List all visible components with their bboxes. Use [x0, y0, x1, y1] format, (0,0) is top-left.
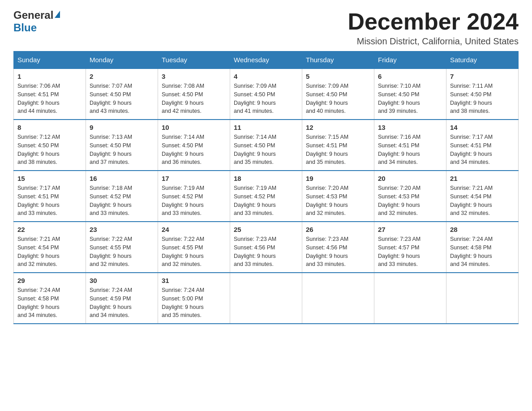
calendar-cell: 21 Sunrise: 7:21 AM Sunset: 4:54 PM Dayl…	[446, 171, 519, 222]
sunrise-label: Sunrise:	[306, 134, 326, 140]
sunset-label: Sunset:	[234, 244, 253, 251]
sunrise-label: Sunrise:	[162, 134, 182, 140]
sunset-label: Sunset:	[234, 142, 253, 149]
daylight-label: Daylight:	[90, 253, 112, 259]
calendar-cell: 10 Sunrise: 7:14 AM Sunset: 4:50 PM Dayl…	[158, 120, 230, 171]
daylight-label: Daylight:	[162, 100, 184, 106]
day-number: 19	[306, 175, 370, 182]
sunrise-label: Sunrise:	[234, 83, 254, 89]
logo: General Blue	[13, 9, 60, 34]
calendar-week-5: 29 Sunrise: 7:24 AM Sunset: 4:58 PM Dayl…	[14, 273, 519, 324]
day-info: Sunrise: 7:10 AM Sunset: 4:50 PM Dayligh…	[378, 82, 442, 116]
sunset-label: Sunset:	[378, 91, 397, 98]
calendar-cell: 11 Sunrise: 7:14 AM Sunset: 4:50 PM Dayl…	[230, 120, 302, 171]
sunrise-label: Sunrise:	[378, 236, 399, 242]
calendar-cell	[374, 273, 446, 324]
calendar-week-4: 22 Sunrise: 7:21 AM Sunset: 4:54 PM Dayl…	[14, 222, 519, 273]
calendar-cell: 8 Sunrise: 7:12 AM Sunset: 4:50 PM Dayli…	[14, 120, 86, 171]
sunset-label: Sunset:	[306, 193, 325, 200]
sunrise-label: Sunrise:	[378, 83, 399, 89]
sunrise-label: Sunrise:	[162, 185, 182, 191]
daylight-label: Daylight:	[90, 100, 112, 106]
daylight-label: Daylight:	[90, 151, 112, 157]
sunset-label: Sunset:	[162, 193, 180, 200]
col-wednesday: Wednesday	[230, 51, 302, 69]
sunset-label: Sunset:	[17, 91, 36, 98]
day-info: Sunrise: 7:13 AM Sunset: 4:50 PM Dayligh…	[90, 133, 154, 167]
sunrise-label: Sunrise:	[90, 185, 110, 191]
day-number: 27	[378, 226, 442, 233]
col-monday: Monday	[86, 51, 158, 69]
day-number: 23	[90, 226, 154, 233]
calendar-cell: 30 Sunrise: 7:24 AM Sunset: 4:59 PM Dayl…	[86, 273, 158, 324]
calendar-cell: 9 Sunrise: 7:13 AM Sunset: 4:50 PM Dayli…	[86, 120, 158, 171]
day-number: 9	[90, 124, 154, 131]
sunset-label: Sunset:	[162, 295, 180, 302]
sunrise-label: Sunrise:	[162, 287, 182, 293]
day-number: 13	[378, 124, 442, 131]
sunset-label: Sunset:	[234, 91, 253, 98]
sunset-label: Sunset:	[162, 244, 180, 251]
daylight-label: Daylight:	[450, 202, 472, 208]
calendar-cell: 16 Sunrise: 7:18 AM Sunset: 4:52 PM Dayl…	[86, 171, 158, 222]
logo-blue-text: Blue	[13, 21, 37, 34]
day-number: 14	[450, 124, 515, 131]
day-info: Sunrise: 7:17 AM Sunset: 4:51 PM Dayligh…	[17, 184, 82, 218]
col-tuesday: Tuesday	[158, 51, 230, 69]
sunrise-label: Sunrise:	[17, 287, 38, 293]
calendar-week-1: 1 Sunrise: 7:06 AM Sunset: 4:51 PM Dayli…	[14, 68, 519, 120]
day-info: Sunrise: 7:24 AM Sunset: 5:00 PM Dayligh…	[162, 286, 226, 320]
sunset-label: Sunset:	[234, 193, 253, 200]
sunrise-label: Sunrise:	[17, 185, 38, 191]
calendar-cell: 4 Sunrise: 7:09 AM Sunset: 4:50 PM Dayli…	[230, 68, 302, 120]
calendar-cell: 3 Sunrise: 7:08 AM Sunset: 4:50 PM Dayli…	[158, 68, 230, 120]
daylight-label: Daylight:	[378, 100, 400, 106]
sunrise-label: Sunrise:	[90, 287, 110, 293]
daylight-label: Daylight:	[450, 151, 472, 157]
col-friday: Friday	[374, 51, 446, 69]
sunset-label: Sunset:	[162, 91, 180, 98]
sunrise-label: Sunrise:	[90, 134, 110, 140]
title-area: December 2024 Mission District, Californ…	[348, 9, 519, 47]
daylight-label: Daylight:	[17, 253, 39, 259]
daylight-label: Daylight:	[17, 202, 39, 208]
day-info: Sunrise: 7:23 AM Sunset: 4:57 PM Dayligh…	[378, 235, 442, 269]
calendar-cell: 28 Sunrise: 7:24 AM Sunset: 4:58 PM Dayl…	[446, 222, 519, 273]
day-number: 3	[162, 73, 226, 80]
sunset-label: Sunset:	[17, 244, 36, 251]
sunrise-label: Sunrise:	[234, 134, 254, 140]
daylight-label: Daylight:	[90, 304, 112, 310]
sunset-label: Sunset:	[90, 193, 108, 200]
daylight-label: Daylight:	[17, 304, 39, 310]
sunset-label: Sunset:	[378, 193, 397, 200]
calendar-cell: 13 Sunrise: 7:16 AM Sunset: 4:51 PM Dayl…	[374, 120, 446, 171]
calendar-cell	[446, 273, 519, 324]
daylight-label: Daylight:	[17, 151, 39, 157]
sunrise-label: Sunrise:	[306, 83, 326, 89]
calendar-cell	[302, 273, 374, 324]
sunset-label: Sunset:	[378, 142, 397, 149]
daylight-label: Daylight:	[162, 253, 184, 259]
day-info: Sunrise: 7:18 AM Sunset: 4:52 PM Dayligh…	[90, 184, 154, 218]
sunset-label: Sunset:	[17, 142, 36, 149]
calendar-header-row: Sunday Monday Tuesday Wednesday Thursday…	[14, 51, 519, 69]
sunrise-label: Sunrise:	[378, 134, 399, 140]
sunset-label: Sunset:	[162, 142, 180, 149]
day-info: Sunrise: 7:24 AM Sunset: 4:59 PM Dayligh…	[90, 286, 154, 320]
day-info: Sunrise: 7:23 AM Sunset: 4:56 PM Dayligh…	[306, 235, 370, 269]
sunset-label: Sunset:	[450, 193, 469, 200]
sunrise-label: Sunrise:	[90, 236, 110, 242]
sunset-label: Sunset:	[90, 295, 108, 302]
daylight-label: Daylight:	[90, 202, 112, 208]
sunrise-label: Sunrise:	[378, 185, 399, 191]
day-info: Sunrise: 7:24 AM Sunset: 4:58 PM Dayligh…	[17, 286, 82, 320]
day-info: Sunrise: 7:20 AM Sunset: 4:53 PM Dayligh…	[306, 184, 370, 218]
sunset-label: Sunset:	[450, 142, 469, 149]
location-subtitle: Mission District, California, United Sta…	[348, 36, 519, 47]
day-info: Sunrise: 7:06 AM Sunset: 4:51 PM Dayligh…	[17, 82, 82, 116]
day-info: Sunrise: 7:19 AM Sunset: 4:52 PM Dayligh…	[162, 184, 226, 218]
daylight-label: Daylight:	[234, 100, 256, 106]
sunset-label: Sunset:	[306, 91, 325, 98]
calendar-cell: 26 Sunrise: 7:23 AM Sunset: 4:56 PM Dayl…	[302, 222, 374, 273]
daylight-label: Daylight:	[378, 253, 400, 259]
